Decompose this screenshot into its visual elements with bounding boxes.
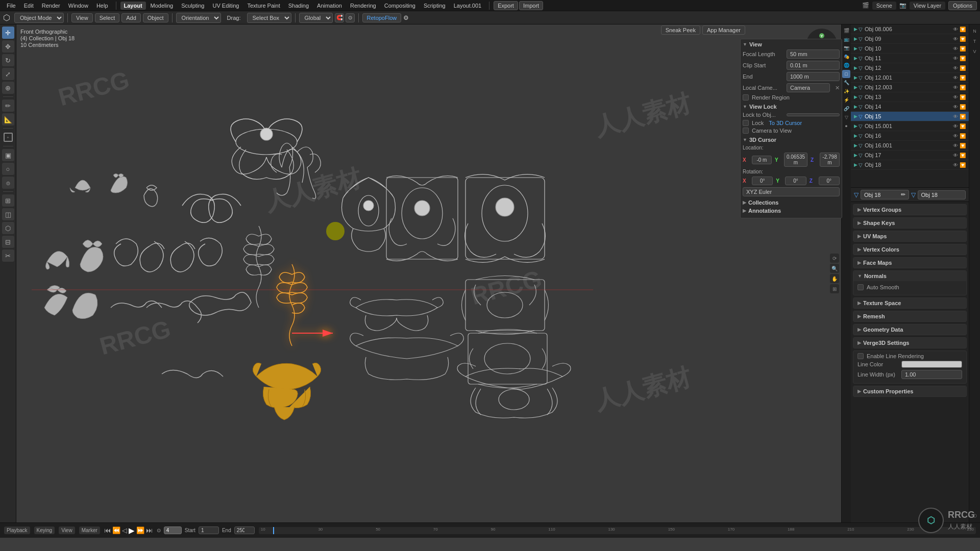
view-layer-props-icon[interactable]: 📷 [842,44,850,52]
clip-start-value[interactable]: 0.01 m [787,61,840,70]
line-color-swatch[interactable] [901,361,962,368]
constraints-props-icon[interactable]: 🔗 [842,105,850,113]
measure-tool[interactable]: 📐 [2,113,14,126]
view-menu[interactable]: View [71,13,93,22]
select-menu[interactable]: Select [95,13,120,22]
enable-line-rendering-checkbox[interactable] [857,353,864,359]
n-panel-tool[interactable]: T [970,37,979,46]
outliner-item[interactable]: ▶ ▽ Obj 09 👁 🔽 [851,34,969,44]
n-panel-view[interactable]: V [970,47,979,56]
import-button[interactable]: Import [519,1,543,10]
start-frame-input[interactable]: 1 [199,527,219,534]
particles-props-icon[interactable]: ✨ [842,87,850,95]
timeline-ruler[interactable]: 10 30 50 70 90 110 130 150 170 188 210 2… [259,527,976,534]
retopflow-btn[interactable]: RetopoFlow [362,13,402,22]
tab-layout[interactable]: Layout [120,2,146,10]
visibility-icon[interactable]: 👁 🔽 [953,46,966,52]
output-props-icon[interactable]: 📺 [842,35,850,43]
view-btn[interactable]: View [59,527,75,534]
menu-edit[interactable]: Edit [20,2,37,10]
camera-to-view-checkbox[interactable] [743,128,749,134]
normals-header[interactable]: ▼ Normals [853,271,966,281]
geometry-data-header[interactable]: ▶ Geometry Data [853,324,966,335]
outliner-item[interactable]: ▶ ▽ Obj 12 👁 🔽 [851,63,969,73]
n-panel-item[interactable]: N [970,27,979,36]
tab-sculpting[interactable]: Sculpting [178,2,208,10]
marker-btn[interactable]: Marker [79,527,100,534]
visibility-icon[interactable]: 👁 🔽 [953,94,966,100]
pivot-select[interactable]: Global [299,13,333,23]
menu-file[interactable]: File [3,2,19,10]
add-mesh-tool[interactable]: + [2,131,14,143]
custom-props-header[interactable]: ▶ Custom Properties [853,386,966,396]
end-frame-input[interactable]: 250 [234,527,255,534]
play-back-btn[interactable]: ◁ [122,527,127,534]
focal-length-value[interactable]: 50 mm [787,49,840,59]
physics-props-icon[interactable]: ⚡ [842,96,850,104]
y-axis-dot[interactable]: Y [819,33,824,38]
object-props-icon[interactable]: □ [842,70,850,78]
visibility-icon[interactable]: 👁 🔽 [953,114,966,119]
viewport-mini-icon-2[interactable]: 🔍 [830,264,839,273]
object-menu[interactable]: Object [143,13,168,22]
visibility-icon[interactable]: 👁 🔽 [953,75,966,81]
auto-smooth-checkbox[interactable] [857,284,864,290]
cursor-rx-value[interactable]: 0° [752,177,773,185]
extrude-tool[interactable]: ⊞ [2,194,14,207]
tab-scripting[interactable]: Scripting [420,2,449,10]
rotate-tool[interactable]: ↻ [2,54,14,66]
visibility-icon[interactable]: 👁 🔽 [953,123,966,129]
tab-shading[interactable]: Shading [285,2,312,10]
jump-start-btn[interactable]: ⏮ [104,527,111,534]
face-maps-header[interactable]: ▶ Face Maps [853,258,966,268]
visibility-icon[interactable]: 👁 🔽 [953,65,966,71]
camera-value[interactable]: Camera [787,83,830,92]
remesh-header[interactable]: ▶ Remesh [853,311,966,321]
export-button[interactable]: Export [494,1,518,10]
vertex-groups-header[interactable]: ▶ Vertex Groups [853,205,966,215]
object-data-props-icon[interactable]: ▽ [842,113,850,121]
outliner-item[interactable]: ▶ ▽ Obj 16 👁 🔽 [851,131,969,141]
verge3d-header[interactable]: ▶ Verge3D Settings [853,338,966,348]
visibility-icon[interactable]: 👁 🔽 [953,133,966,139]
clip-end-value[interactable]: 1000 m [787,72,840,81]
visibility-icon[interactable]: 👁 🔽 [953,162,966,168]
outliner-item[interactable]: ▶ ▽ Obj 08.006 👁 🔽 [851,24,969,34]
cursor-ry-value[interactable]: 0° [785,177,806,185]
tab-compositing[interactable]: Compositing [381,2,419,10]
outliner-item[interactable]: ▶ ▽ Obj 12.003 👁 🔽 [851,83,969,92]
render-region-checkbox[interactable] [743,94,749,101]
world-props-icon[interactable]: 🌐 [842,61,850,69]
lock-checkbox[interactable] [743,120,749,126]
select-box-select[interactable]: Select Box [247,13,291,23]
cursor-y-value[interactable]: 0.06535 m [784,153,807,167]
visibility-icon[interactable]: 👁 🔽 [953,85,966,90]
material-props-icon[interactable]: ● [842,122,850,130]
sneak-peek-button[interactable]: Sneak Peek [661,26,700,35]
app-manager-button[interactable]: App Manager [702,26,745,35]
tab-animation[interactable]: Animation [313,2,346,10]
lasso-select-tool[interactable]: ⌾ [2,177,14,189]
box-select-tool[interactable]: ▣ [2,149,14,161]
tab-modeling[interactable]: Modeling [147,2,177,10]
render-props-icon[interactable]: 🎬 [842,27,850,35]
viewport-mini-icon-1[interactable]: ⟳ [830,254,839,263]
orientation-select[interactable]: Orientation Default [176,13,221,23]
vertex-colors-header[interactable]: ▶ Vertex Colors [853,244,966,255]
step-fwd-btn[interactable]: ⏩ [136,527,144,534]
viewport-mini-icon-4[interactable]: ⊞ [830,284,839,293]
cursor-rz-value[interactable]: 0° [819,177,840,185]
viewport-mini-icon-3[interactable]: ✋ [830,274,839,283]
menu-window[interactable]: Window [65,2,92,10]
modifier-props-icon[interactable]: 🔧 [842,79,850,87]
visibility-icon[interactable]: 👁 🔽 [953,153,966,158]
visibility-icon[interactable]: 👁 🔽 [953,104,966,110]
move-tool[interactable]: ✥ [2,40,14,53]
cursor-tool[interactable]: ✛ [2,27,14,39]
tab-uv-editing[interactable]: UV Editing [209,2,243,10]
scene-props-icon[interactable]: 🎭 [842,53,850,61]
options-label[interactable]: Options [948,1,977,10]
add-menu[interactable]: Add [121,13,141,22]
current-frame-input[interactable]: 4 [164,527,182,534]
visibility-icon[interactable]: 👁 🔽 [953,56,966,61]
